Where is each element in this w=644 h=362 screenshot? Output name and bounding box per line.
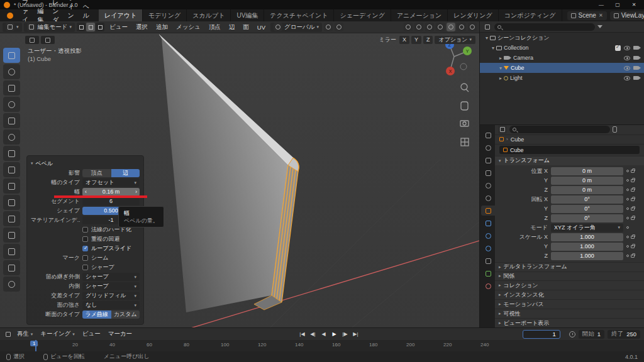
mirror-x-toggle[interactable]: X <box>399 36 409 44</box>
bevel-panel-header[interactable]: ▾ ベベル <box>31 159 140 168</box>
workspace-tab-uv-editing[interactable]: UV編集 <box>231 9 264 21</box>
profile-superellipse-button[interactable]: ラメ曲線 <box>82 310 111 319</box>
lock-icon[interactable] <box>631 189 635 192</box>
workspace-tab-texture-paint[interactable]: テクスチャペイント <box>264 9 334 21</box>
close-button[interactable]: ✕ <box>628 2 640 8</box>
snapping-magnet-icon[interactable] <box>324 23 333 31</box>
mirror-y-toggle[interactable]: Y <box>411 36 421 44</box>
scale-x-field[interactable]: 1.000 <box>551 233 623 241</box>
section-visibility[interactable]: ▸可視性 <box>495 309 644 318</box>
disclosure-icon[interactable]: ▸ <box>497 55 504 61</box>
pin-icon[interactable] <box>613 126 617 133</box>
viewport-3d[interactable]: ▾ 編集モード▾ ビュー 選択 追加 メッシュ 頂点 辺 面 UV グローバル▾ <box>0 21 479 327</box>
timeline-ruler[interactable]: 1 0 20 40 60 80 100 120 140 160 180 200 … <box>0 340 644 351</box>
harden-normals-checkbox[interactable] <box>82 227 88 233</box>
maximize-button[interactable]: ▢ <box>611 2 624 8</box>
hide-in-viewport-icon[interactable] <box>624 56 630 60</box>
animate-icon[interactable] <box>626 245 629 248</box>
segments-field[interactable]: 6 <box>82 197 140 206</box>
menu-playback[interactable]: 再生 ▾ <box>14 330 36 338</box>
menu-marker[interactable]: マーカー <box>105 330 135 338</box>
animate-icon[interactable] <box>626 179 629 182</box>
properties-tab-physics[interactable] <box>481 243 495 253</box>
section-motion-paths[interactable]: ▸モーションパス <box>495 299 644 309</box>
jump-to-start-button[interactable]: |◀ <box>297 330 306 338</box>
blender-menu-button[interactable] <box>3 9 18 21</box>
location-y-field[interactable]: 0 m <box>551 177 623 185</box>
lock-icon[interactable] <box>631 170 635 173</box>
clamp-overlap-checkbox[interactable] <box>82 236 88 242</box>
editor-type-button[interactable]: ▾ <box>3 23 22 32</box>
lock-icon[interactable] <box>631 217 635 220</box>
workspace-tab-layout[interactable]: レイアウト <box>99 9 143 21</box>
workspace-tab-animation[interactable]: アニメーション <box>391 9 448 21</box>
outliner-editor-icon[interactable] <box>483 23 492 31</box>
tool-cursor[interactable] <box>3 64 20 79</box>
properties-tab-world[interactable] <box>481 193 495 203</box>
menu-face[interactable]: 面 <box>240 23 252 31</box>
affect-edges-button[interactable]: 辺 <box>111 169 140 177</box>
start-frame-field[interactable]: 開始1 <box>579 330 604 339</box>
rotation-x-field[interactable]: 0° <box>551 195 623 204</box>
disable-in-render-icon[interactable] <box>633 56 638 60</box>
shading-solid-icon[interactable] <box>447 23 455 31</box>
properties-tab-view-layer[interactable] <box>481 168 495 178</box>
mark-seam-checkbox[interactable] <box>82 255 88 261</box>
disclosure-icon[interactable]: ▾ <box>484 35 490 41</box>
properties-tab-object-data[interactable] <box>481 268 495 278</box>
disable-in-render-icon[interactable] <box>633 66 638 70</box>
filter-icon[interactable] <box>597 25 602 28</box>
tool-select-box[interactable] <box>3 48 20 63</box>
location-z-field[interactable]: 0 m <box>551 186 623 194</box>
animate-icon[interactable] <box>626 198 629 200</box>
play-reverse-button[interactable]: ◀ <box>319 330 328 338</box>
playhead-frame-chip[interactable]: 1 <box>30 341 38 346</box>
outliner-row-light[interactable]: ▸ Light <box>480 73 644 83</box>
minimize-button[interactable]: — <box>595 2 608 8</box>
next-keyframe-button[interactable]: |▶ <box>340 330 349 338</box>
face-strength-dropdown[interactable]: なし▾ <box>82 301 140 309</box>
tool-spin[interactable] <box>3 277 20 292</box>
properties-tab-output[interactable] <box>481 155 495 165</box>
profile-custom-button[interactable]: カスタム <box>111 310 140 319</box>
tool-bevel[interactable] <box>3 211 20 226</box>
scale-y-field[interactable]: 1.000 <box>551 243 623 251</box>
disable-in-render-icon[interactable] <box>633 46 638 50</box>
outliner-search-input[interactable] <box>494 23 595 31</box>
animate-icon[interactable] <box>626 189 629 191</box>
tool-poly-build[interactable] <box>3 260 20 275</box>
menu-edge[interactable]: 辺 <box>226 23 238 31</box>
object-name-field[interactable]: Cube <box>499 146 640 154</box>
workspace-tab-compositing[interactable]: コンポジティング <box>499 9 562 21</box>
workspace-tab-modeling[interactable]: モデリング <box>143 9 187 21</box>
collection-checkbox[interactable] <box>615 45 621 51</box>
animate-icon[interactable] <box>626 207 629 210</box>
transform-section-header[interactable]: ▾ トランスフォーム <box>495 156 644 165</box>
menu-edit[interactable]: 編集 <box>33 9 48 21</box>
proportional-editing-icon[interactable] <box>335 23 343 31</box>
workspace-tab-shading[interactable]: シェーディング <box>334 9 391 21</box>
outliner-row-camera[interactable]: ▸ Camera <box>480 53 644 63</box>
properties-tab-render[interactable] <box>481 143 495 153</box>
tool-move[interactable] <box>3 80 20 96</box>
face-select-button[interactable] <box>96 23 104 31</box>
outliner-row-cube[interactable]: ▾ Cube <box>480 63 644 73</box>
menu-view[interactable]: ビュー <box>106 23 131 31</box>
tool-fallback-icon[interactable] <box>41 36 55 44</box>
width-type-dropdown[interactable]: オフセット▾ <box>82 178 140 187</box>
disclosure-icon[interactable]: ▾ <box>497 65 504 71</box>
tool-scale[interactable] <box>3 113 20 128</box>
tool-transform[interactable] <box>3 129 20 145</box>
properties-editor-icon[interactable] <box>498 125 507 134</box>
miter-inner-dropdown[interactable]: シャープ▾ <box>82 282 140 290</box>
workspace-tab-rendering[interactable]: レンダリング <box>448 9 498 21</box>
lock-icon[interactable] <box>631 245 635 248</box>
shading-wireframe-icon[interactable] <box>436 23 445 31</box>
disclosure-icon[interactable]: ▸ <box>497 75 504 81</box>
rotation-z-field[interactable]: 0° <box>551 214 623 222</box>
properties-tab-material[interactable] <box>481 281 495 291</box>
intersection-type-dropdown[interactable]: グリッドフィル▾ <box>82 292 140 300</box>
properties-tab-scene[interactable] <box>481 180 495 190</box>
shading-rendered-icon[interactable] <box>468 23 477 31</box>
section-instancing[interactable]: ▸インスタンス化 <box>495 290 644 299</box>
